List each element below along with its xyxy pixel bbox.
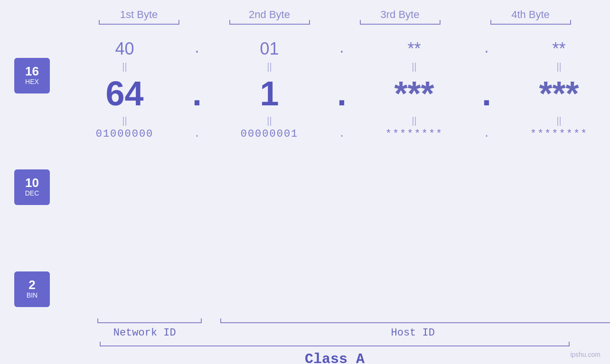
hex-number: 16: [25, 65, 39, 77]
base-labels: 16 HEX 10 DEC 2 BIN: [14, 58, 50, 307]
dec-byte1-cell: 64: [59, 74, 190, 113]
hex-byte3-value: **: [407, 39, 421, 59]
eq2-sign1: ||: [122, 115, 127, 126]
hex-byte4-cell: **: [494, 39, 610, 59]
byte-headers: 1st Byte 2nd Byte 3rd Byte 4th Byte: [74, 9, 610, 21]
hex-name: HEX: [25, 77, 39, 86]
eq1-sign1: ||: [122, 61, 127, 72]
eq2-spacer3: [479, 116, 494, 125]
dec-badge: 10 DEC: [14, 169, 50, 205]
hex-dot2: .: [335, 42, 349, 56]
long-bracket-line: [100, 345, 570, 346]
bin-byte2-cell: 00000001: [204, 128, 335, 140]
network-id-label: Network ID: [74, 327, 216, 339]
eq1-sign4: ||: [556, 61, 561, 72]
bin-row: 01000000 . 00000001 . ******** . *******…: [59, 128, 610, 140]
hex-row: 40 . 01 . ** . **: [59, 39, 610, 59]
byte2-header: 2nd Byte: [204, 9, 335, 21]
hex-badge: 16 HEX: [14, 58, 50, 93]
hex-dot1: .: [190, 42, 204, 56]
dec-byte4-value: ***: [539, 74, 579, 113]
net-bracket-line: [97, 322, 202, 323]
eq2-spacer1: [190, 116, 204, 125]
eq1-spacer2: [335, 62, 349, 71]
dec-byte3-value: ***: [394, 74, 434, 113]
dec-byte4-cell: ***: [494, 74, 610, 113]
bin-dot2: .: [335, 128, 349, 140]
eq2-sign2: ||: [267, 115, 272, 126]
bracket-byte2: [204, 24, 335, 25]
bin-byte3-cell: ********: [349, 128, 479, 140]
bin-byte1-cell: 01000000: [59, 128, 190, 140]
host-bracket-line: [220, 322, 610, 323]
equals-row-2: || || || ||: [59, 116, 610, 125]
eq1-cell2: ||: [204, 62, 335, 71]
hex-byte3-cell: **: [349, 39, 479, 59]
bin-byte4-value: ********: [530, 128, 588, 140]
eq1-sign2: ||: [267, 61, 272, 72]
network-bracket: [74, 314, 216, 323]
eq1-cell4: ||: [494, 62, 610, 71]
eq2-cell1: ||: [59, 116, 190, 125]
byte4-header: 4th Byte: [465, 9, 596, 21]
dec-number: 10: [25, 177, 39, 189]
dec-byte2-value: 1: [260, 74, 279, 113]
class-label: Class A: [305, 351, 365, 364]
bracket-line-byte3: [360, 24, 441, 25]
hex-byte1-value: 40: [115, 39, 134, 59]
bin-byte1-value: 01000000: [96, 128, 154, 140]
hex-byte2-cell: 01: [204, 39, 335, 59]
bin-dot1: .: [190, 128, 204, 140]
bottom-brackets: [74, 314, 610, 323]
bin-byte4-cell: ********: [494, 128, 610, 140]
dec-byte1-value: 64: [105, 74, 143, 113]
main-content: 16 HEX 10 DEC 2 BIN 40 . 01: [14, 39, 610, 307]
dec-dot1: .: [190, 74, 204, 113]
byte3-header: 3rd Byte: [335, 9, 465, 21]
byte1-header: 1st Byte: [74, 9, 204, 21]
dec-name: DEC: [25, 189, 39, 197]
eq1-cell1: ||: [59, 62, 190, 71]
bracket-byte3: [335, 24, 465, 25]
dec-dot2: .: [335, 74, 349, 113]
eq1-sign3: ||: [412, 61, 416, 72]
bottom-section: Network ID Host ID: [74, 312, 610, 339]
bin-byte2-value: 00000001: [241, 128, 299, 140]
hex-dot3: .: [479, 42, 494, 56]
bracket-row: [74, 24, 610, 25]
eq1-spacer1: [190, 62, 204, 71]
values-grid: 40 . 01 . ** . ** ||: [59, 39, 610, 140]
eq2-spacer2: [335, 116, 349, 125]
eq2-cell2: ||: [204, 116, 335, 125]
eq2-cell3: ||: [349, 116, 479, 125]
hex-byte2-value: 01: [260, 39, 279, 59]
host-bracket: [216, 314, 610, 323]
eq2-sign4: ||: [556, 115, 561, 126]
watermark: ipshu.com: [570, 351, 601, 358]
bin-name: BIN: [27, 291, 38, 299]
bin-badge: 2 BIN: [14, 271, 50, 307]
bracket-byte4: [465, 24, 596, 25]
hex-byte1-cell: 40: [59, 39, 190, 59]
id-labels: Network ID Host ID: [74, 327, 610, 339]
class-row: Class A: [74, 351, 596, 364]
equals-row-1: || || || ||: [59, 62, 610, 71]
bracket-byte1: [74, 24, 204, 25]
eq2-cell4: ||: [494, 116, 610, 125]
bin-number: 2: [28, 279, 35, 291]
eq1-spacer3: [479, 62, 494, 71]
bracket-line-byte1: [99, 24, 179, 25]
dec-dot3: .: [479, 74, 494, 113]
dec-byte3-cell: ***: [349, 74, 479, 113]
dec-row: 64 . 1 . *** . ***: [59, 74, 610, 113]
hex-byte4-value: **: [552, 39, 565, 59]
dec-byte2-cell: 1: [204, 74, 335, 113]
bracket-line-byte4: [490, 24, 571, 25]
page: 1st Byte 2nd Byte 3rd Byte 4th Byte 16 H…: [0, 0, 610, 364]
bin-dot3: .: [479, 128, 494, 140]
host-id-label: Host ID: [216, 327, 610, 339]
bin-byte3-value: ********: [385, 128, 443, 140]
eq2-sign3: ||: [412, 115, 416, 126]
bracket-line-byte2: [229, 24, 310, 25]
eq1-cell3: ||: [349, 62, 479, 71]
